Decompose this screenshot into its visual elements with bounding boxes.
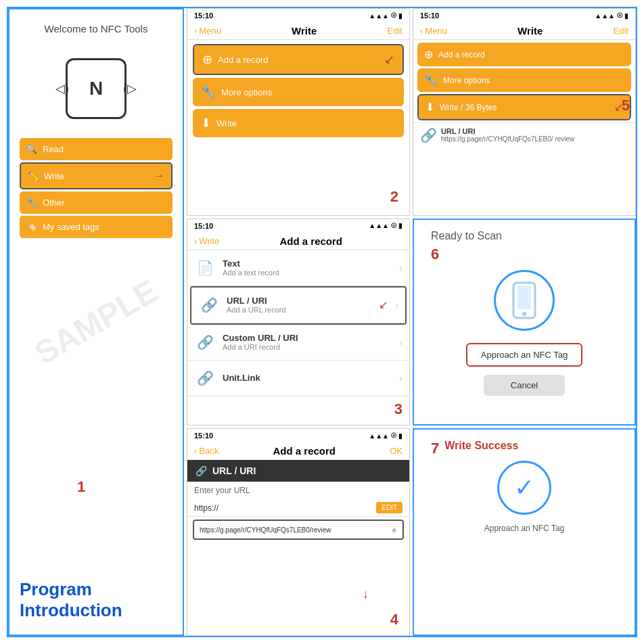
nav-back-5[interactable]: ‹ Menu — [420, 26, 447, 36]
record-url-item[interactable]: 🔗 URL / URI Add a URL record ↙ › — [191, 288, 405, 323]
status-icons-4: ▲▲▲ ⦾ ▮ — [369, 432, 402, 440]
arrow-4: ↓ — [363, 587, 369, 601]
nav-bar-4: ‹ Back Add a record OK — [187, 442, 409, 460]
status-bar-2: 15:10 ▲▲▲ ⦾ ▮ — [187, 9, 409, 22]
url-arrow: ↙ — [379, 298, 388, 311]
record-custom-url-item[interactable]: 🔗 Custom URL / URI Add a URI record › — [187, 325, 409, 361]
write-btn-2[interactable]: ⬇ Write — [193, 109, 404, 137]
options-icon-5: 🔧 — [424, 74, 438, 87]
write-button[interactable]: ✏️ Write → — [20, 162, 172, 189]
add-record-btn-5[interactable]: ⊕ Add a record — [417, 43, 631, 66]
nav-edit-5[interactable]: Edit — [614, 26, 628, 36]
url-uri-row-5: 🔗 URL / URI https://g.page/r/CYHQfUqFQs7… — [413, 122, 635, 147]
more-options-btn-2[interactable]: 🔧 More options — [193, 78, 404, 106]
phone-circle-6 — [494, 270, 555, 331]
text-chevron: › — [399, 262, 402, 273]
write-bytes-btn-5[interactable]: ⬇ Write / 36 Bytes ↙ — [417, 94, 631, 120]
other-icon: 🔧 — [26, 198, 37, 208]
nav-back-3[interactable]: ‹ Write — [194, 236, 219, 246]
approach-text-7: Approach an NFC Tag — [484, 524, 565, 533]
panel-url-entry: 15:10 ▲▲▲ ⦾ ▮ ‹ Back Add a record OK 🔗 U… — [187, 428, 410, 636]
step-1: 1 — [77, 478, 85, 496]
unitlink-icon: 🔗 — [194, 367, 216, 389]
ready-title: Ready to Scan — [424, 230, 502, 242]
panel-welcome: Welcome to NFC Tools ◁) N (▷ 1 🔍 Read ✏️… — [8, 8, 184, 636]
panel-ready-scan: Ready to Scan 6 Approach an NFC Tag Canc… — [413, 218, 636, 426]
nfc-wave-right: (▷ — [123, 81, 137, 96]
url-uri-item-outline: 🔗 URL / URI Add a URL record ↙ › — [190, 286, 407, 325]
status-bar-4: 15:10 ▲▲▲ ⦾ ▮ — [187, 429, 409, 442]
url-prefix: https:// — [194, 503, 218, 513]
nav-title-4: Add a record — [273, 445, 336, 457]
step-3: 3 — [394, 400, 402, 418]
nfc-letter: N — [89, 78, 103, 99]
status-icons-3: ▲▲▲ ⦾ ▮ — [369, 222, 402, 230]
unitlink-chevron: › — [399, 373, 402, 384]
add-icon-5: ⊕ — [424, 48, 433, 61]
url-icon: 🔗 — [198, 294, 220, 316]
check-mark-7: ✓ — [514, 474, 534, 502]
write-icon-2: ⬇ — [201, 116, 211, 131]
custom-url-record-text: Custom URL / URI Add a URI record — [223, 333, 298, 351]
step-6: 6 — [424, 246, 439, 263]
record-unitlink-item[interactable]: 🔗 Unit.Link › — [187, 361, 409, 396]
url-header-icon: 🔗 — [196, 465, 207, 476]
panel-write: 15:10 ▲▲▲ ⦾ ▮ ‹ Menu Write Edit ⊕ Add a … — [187, 8, 410, 216]
write-icon: ✏️ — [28, 171, 39, 181]
options-icon-2: 🔧 — [201, 85, 216, 99]
cancel-btn-6[interactable]: Cancel — [484, 375, 565, 396]
clear-icon: ● — [392, 524, 397, 535]
program-intro: Program Introduction — [20, 579, 122, 621]
url-value-field[interactable]: https://g.page/r/CYHQfUqFQs7LEB0/review … — [193, 520, 404, 540]
read-button[interactable]: 🔍 Read — [20, 138, 172, 160]
custom-url-icon: 🔗 — [194, 331, 216, 353]
text-icon: 📄 — [194, 257, 216, 279]
arrow-add-2: ↙ — [384, 52, 394, 67]
url-record-text: URL / URI Add a URL record — [227, 296, 286, 314]
add-icon-2: ⊕ — [202, 52, 212, 67]
panel-write-bytes: 15:10 ▲▲▲ ⦾ ▮ ‹ Menu Write Edit ⊕ Add a … — [413, 8, 636, 216]
nav-back-2[interactable]: ‹ Menu — [194, 26, 221, 36]
other-button[interactable]: 🔧 Other — [20, 191, 172, 214]
welcome-title: Welcome to NFC Tools — [45, 23, 148, 34]
url-prefix-row: https:// EDIT — [187, 499, 409, 517]
nav-bar-3: ‹ Write Add a record — [187, 233, 409, 250]
enter-url-label: Enter your URL — [187, 482, 409, 499]
ready-scan-content: Ready to Scan 6 Approach an NFC Tag Canc… — [414, 220, 635, 409]
add-record-btn-2[interactable]: ⊕ Add a record ↙ — [193, 44, 404, 75]
write-icon-5: ⬇ — [426, 101, 434, 114]
write-arrow: → — [154, 170, 164, 182]
step-7: 7 — [424, 440, 439, 457]
status-bar-5: 15:10 ▲▲▲ ⦾ ▮ — [413, 9, 635, 22]
status-bar-3: 15:10 ▲▲▲ ⦾ ▮ — [187, 219, 409, 233]
nfc-wave-left: ◁) — [55, 81, 69, 96]
panel-write-success: 7 Write Success ✓ Approach an NFC Tag — [413, 428, 636, 636]
nfc-icon: ◁) N (▷ — [66, 58, 127, 119]
check-circle-7: ✓ — [497, 461, 551, 515]
status-icons-2: ▲▲▲ ⦾ ▮ — [369, 12, 402, 20]
nav-ok-4[interactable]: OK — [390, 446, 402, 456]
edit-button[interactable]: EDIT — [376, 502, 402, 513]
record-text-item[interactable]: 📄 Text Add a text record › — [187, 250, 409, 286]
panel-add-record: 15:10 ▲▲▲ ⦾ ▮ ‹ Write Add a record 📄 Tex… — [187, 218, 410, 426]
write-success-content: 7 Write Success ✓ Approach an NFC Tag — [414, 430, 635, 543]
svg-point-2 — [522, 312, 526, 316]
saved-tags-button[interactable]: 🏷️ My saved tags — [20, 216, 172, 238]
approach-nfc-btn-6[interactable]: Approach an NFC Tag — [466, 343, 582, 367]
main-menu: 🔍 Read ✏️ Write → 🔧 Other 🏷️ My saved ta… — [20, 136, 172, 240]
step-5: 5 — [622, 97, 630, 114]
nav-title-3: Add a record — [279, 235, 342, 247]
nav-title-5: Write — [518, 25, 543, 37]
nav-edit-2[interactable]: Edit — [388, 26, 402, 36]
custom-url-chevron: › — [399, 337, 402, 348]
watermark: SAMPLE — [28, 272, 164, 372]
status-icons-5: ▲▲▲ ⦾ ▮ — [595, 12, 628, 20]
more-options-btn-5[interactable]: 🔧 More options — [417, 68, 631, 92]
read-icon: 🔍 — [26, 144, 37, 154]
svg-rect-1 — [518, 285, 531, 309]
success-title-7: Write Success — [444, 440, 518, 452]
nav-back-4[interactable]: ‹ Back — [194, 446, 218, 456]
unitlink-record-text: Unit.Link — [223, 373, 260, 383]
url-value-text: https://g.page/r/CYHQfUqFQs7LEB0/review — [200, 526, 331, 534]
url-uri-content-5: URL / URI https://g.page/r/CYHQfUqFQs7LE… — [441, 127, 574, 143]
